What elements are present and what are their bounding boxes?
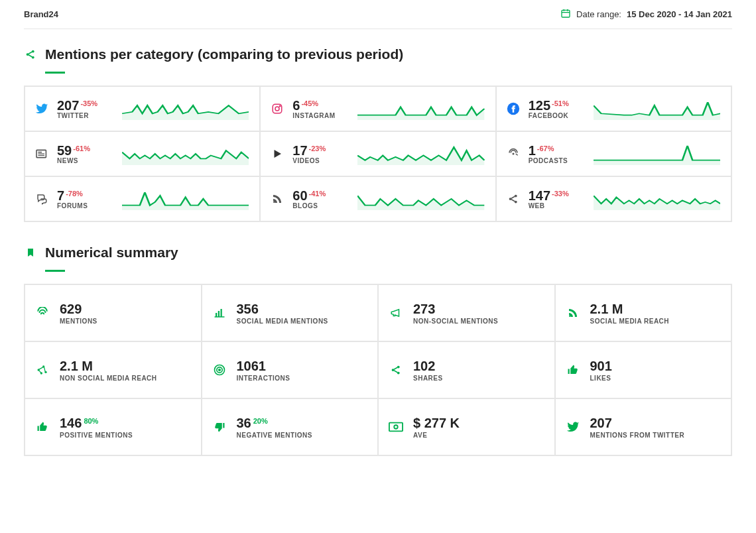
summary-value: 36 [237, 416, 251, 430]
category-pct: -51% [552, 99, 569, 107]
category-cell-blogs: 60-41%BLOGS [260, 176, 495, 221]
category-label: PODCASTS [529, 157, 586, 164]
summary-cell-mentions-from-twitter: 207MENTIONS FROM TWITTER [555, 398, 732, 455]
twitter-icon [34, 102, 49, 115]
section-head-categories: Mentions per category (comparing to prev… [24, 46, 732, 62]
topbar: Brand24 Date range: 15 Dec 2020 - 14 Jan… [24, 7, 732, 29]
summary-label: MENTIONS FROM TWITTER [590, 432, 685, 439]
summary-label: NON SOCIAL MEDIA REACH [60, 375, 157, 382]
category-value: 207 [57, 98, 79, 113]
section-head-summary: Numerical summary [24, 245, 732, 261]
svg-rect-25 [218, 311, 219, 317]
facebook-icon [506, 102, 521, 115]
category-cell-twitter: 207-35%TWITTER [25, 86, 260, 131]
summary-sup: 80% [84, 417, 98, 425]
summary-cell-mentions: 629MENTIONS [25, 284, 202, 341]
svg-rect-44 [389, 423, 403, 432]
summary-value: $ 277 K [413, 416, 460, 430]
date-range-value: 15 Dec 2020 - 14 Jan 2021 [627, 9, 732, 19]
share-icon [24, 48, 37, 60]
summary-label: LIKES [590, 375, 612, 382]
summary-cell-non-social-mentions: 273NON-SOCIAL MENTIONS [378, 284, 555, 341]
category-label: INSTAGRAM [292, 112, 349, 119]
summary-label: MENTIONS [60, 318, 97, 325]
bars-icon [212, 307, 227, 319]
summary-cell-shares: 102SHARES [378, 341, 555, 398]
summary-value: 207 [590, 416, 612, 430]
web-icon [506, 193, 521, 205]
svg-line-8 [29, 55, 32, 57]
svg-point-17 [512, 153, 514, 155]
summary-cell-social-media-mentions: 356SOCIAL MEDIA MENTIONS [202, 284, 379, 341]
summary-value: 102 [413, 359, 435, 373]
summary-label: SHARES [413, 375, 443, 382]
summary-cell-non-social-media-reach: 2.1 MNON SOCIAL MEDIA REACH [25, 341, 202, 398]
sparkline [357, 97, 484, 120]
svg-rect-24 [216, 313, 217, 317]
section-title-categories: Mentions per category (comparing to prev… [45, 46, 403, 62]
svg-point-10 [275, 107, 279, 111]
category-pct: -45% [301, 99, 318, 107]
svg-line-43 [394, 371, 397, 373]
category-value: 1 [529, 143, 536, 158]
category-label: FACEBOOK [529, 112, 586, 119]
category-label: FORUMS [57, 202, 114, 209]
summary-sup: 20% [253, 417, 268, 425]
target-icon [212, 363, 227, 377]
category-pct: -23% [309, 145, 326, 152]
sparkline [357, 143, 484, 165]
summary-cell-social-media-reach: 2.1 MSOCIAL MEDIA REACH [555, 284, 732, 341]
category-cell-news: 59-61%NEWS [25, 131, 260, 176]
money-icon [388, 422, 404, 432]
summary-value: 356 [237, 302, 259, 316]
svg-point-11 [280, 105, 281, 107]
category-value: 125 [529, 98, 550, 113]
svg-line-7 [29, 52, 32, 54]
summary-label: SOCIAL MEDIA REACH [590, 318, 670, 325]
summary-value: 146 [60, 416, 82, 430]
svg-line-34 [39, 371, 41, 373]
sparkline [594, 143, 720, 165]
summary-cell-likes: 901LIKES [555, 341, 732, 398]
summary-label: NON-SOCIAL MENTIONS [413, 318, 498, 325]
thumbup-icon [565, 364, 581, 376]
bookmark-icon [24, 247, 37, 259]
summary-label: AVE [413, 432, 460, 439]
category-pct: -41% [309, 190, 326, 198]
summary-cell-ave: $ 277 KAVE [378, 398, 555, 455]
instagram-icon [270, 103, 284, 115]
section-underline [45, 270, 65, 272]
summary-cell-negative-mentions: 3620%NEGATIVE MENTIONS [202, 398, 379, 455]
summary-label: NEGATIVE MENTIONS [237, 432, 312, 439]
summary-label: SOCIAL MEDIA MENTIONS [237, 318, 328, 325]
twitter-g-icon [565, 420, 581, 434]
calendar-icon [560, 8, 571, 21]
category-value: 147 [529, 188, 550, 204]
date-range: Date range: 15 Dec 2020 - 14 Jan 2021 [560, 8, 732, 21]
svg-point-18 [273, 201, 275, 203]
category-pct: -78% [66, 190, 83, 198]
category-value: 6 [292, 98, 300, 113]
blogs-icon [270, 193, 284, 205]
network-icon [34, 363, 50, 377]
svg-line-35 [44, 367, 46, 372]
mentions-icon [34, 307, 50, 319]
brand-name: Brand24 [24, 9, 58, 19]
category-cell-instagram: 6-45%INSTAGRAM [260, 86, 495, 131]
summary-value: 901 [590, 359, 612, 373]
news-icon [34, 148, 49, 159]
svg-rect-26 [220, 309, 221, 317]
rss-icon [565, 307, 581, 319]
svg-line-33 [39, 367, 43, 369]
summary-cell-positive-mentions: 14680%POSITIVE MENTIONS [25, 398, 202, 455]
sparkline [357, 188, 484, 210]
svg-rect-0 [562, 10, 570, 17]
category-value: 7 [57, 188, 64, 204]
category-pct: -67% [537, 145, 554, 152]
summary-label: INTERACTIONS [237, 375, 290, 382]
svg-point-28 [569, 315, 571, 317]
megaphone-icon [388, 307, 404, 319]
svg-point-45 [394, 425, 398, 429]
date-range-label: Date range: [576, 9, 621, 19]
summary-grid: 629MENTIONS356SOCIAL MEDIA MENTIONS273NO… [24, 284, 732, 456]
